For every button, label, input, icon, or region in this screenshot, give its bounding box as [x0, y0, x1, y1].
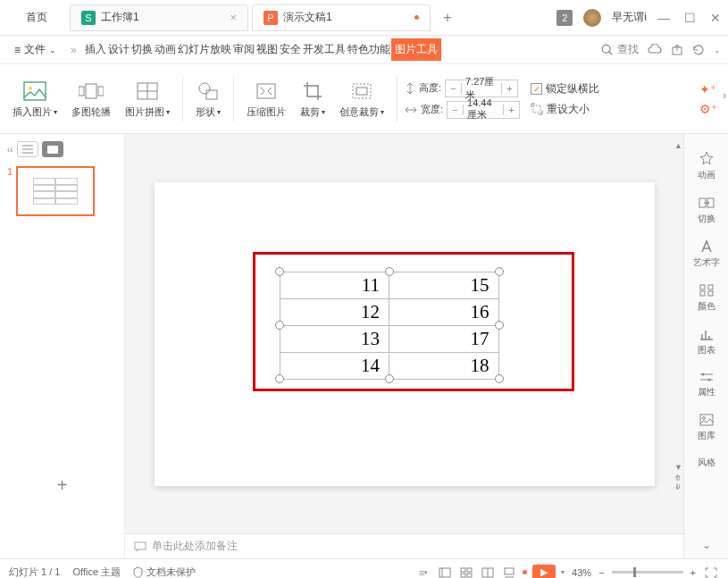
zoom-out-button[interactable]: −: [598, 567, 604, 578]
resize-handle[interactable]: [495, 374, 504, 383]
tab-home[interactable]: 首页: [7, 4, 66, 31]
rp-animation[interactable]: 动画: [684, 145, 728, 187]
resize-handle[interactable]: [275, 267, 284, 276]
share-icon[interactable]: [671, 44, 683, 56]
collage-button[interactable]: 图片拼图 ▾: [120, 79, 175, 119]
table-cell[interactable]: 17: [389, 325, 499, 352]
reset-size-button[interactable]: 重设大小: [531, 102, 599, 117]
menu-security[interactable]: 安全: [279, 38, 302, 61]
search-button[interactable]: 查找: [601, 42, 639, 57]
menu-design[interactable]: 设计: [107, 38, 130, 61]
table-cell[interactable]: 18: [389, 352, 499, 379]
avatar[interactable]: [583, 9, 601, 27]
scroll-up-icon[interactable]: ▲: [674, 141, 682, 150]
resize-handle[interactable]: [275, 374, 284, 383]
table-object[interactable]: 1115 1216 1317 1418: [280, 272, 499, 379]
tab-workbook[interactable]: S 工作簿1 ×: [70, 4, 248, 31]
resize-handle[interactable]: [275, 321, 284, 330]
rp-style[interactable]: 风格: [684, 451, 728, 474]
resize-handle[interactable]: [495, 267, 504, 276]
menu-devtools[interactable]: 开发工具: [302, 38, 347, 61]
reading-view-icon[interactable]: [480, 565, 496, 579]
height-plus[interactable]: +: [501, 83, 517, 94]
prev-slide-icon[interactable]: ⤊: [674, 473, 682, 482]
width-minus[interactable]: −: [448, 105, 464, 115]
slide-thumbnail-1[interactable]: 1: [7, 166, 117, 216]
menu-review[interactable]: 审阅: [232, 38, 255, 61]
table-cell[interactable]: 14: [280, 352, 389, 379]
table-cell[interactable]: 16: [389, 298, 499, 325]
zoom-in-button[interactable]: +: [690, 567, 696, 578]
close-button[interactable]: ✕: [710, 11, 721, 25]
menu-slideshow[interactable]: 幻灯片放映: [177, 38, 232, 61]
table-cell[interactable]: 15: [389, 272, 499, 298]
scroll-down-icon[interactable]: ▼: [674, 463, 682, 472]
rp-transition[interactable]: 切换: [684, 190, 728, 230]
creative-crop-button[interactable]: 创意裁剪 ▾: [334, 79, 389, 119]
reset-size-label: 重设大小: [547, 102, 590, 117]
resize-handle[interactable]: [385, 374, 394, 383]
chevron-down-icon[interactable]: ⌄: [714, 46, 721, 54]
play-button[interactable]: ▶: [532, 565, 556, 579]
rp-properties[interactable]: 属性: [684, 365, 728, 404]
compress-button[interactable]: 压缩图片: [241, 79, 291, 119]
notes-view-icon[interactable]: [501, 565, 517, 579]
rp-chart[interactable]: 图表: [684, 322, 728, 362]
resize-handle[interactable]: [385, 267, 394, 276]
rp-collapse-button[interactable]: ⌄: [695, 532, 718, 558]
height-minus[interactable]: −: [446, 83, 462, 94]
lock-aspect-checkbox[interactable]: ✓ 锁定纵横比: [531, 81, 599, 96]
notes-input[interactable]: 单击此处添加备注: [125, 533, 683, 558]
notification-badge[interactable]: 2: [556, 10, 573, 26]
protect-status[interactable]: 文档未保护: [133, 565, 196, 578]
menu-features[interactable]: 特色功能: [347, 38, 391, 61]
table-cell[interactable]: 13: [280, 325, 389, 352]
insert-picture-button[interactable]: 插入图片 ▾: [7, 79, 63, 119]
multi-rotate-button[interactable]: 多图轮播: [66, 79, 116, 119]
sparkle-plus-icon[interactable]: ✦⁺: [699, 82, 717, 96]
rp-color[interactable]: 颜色: [684, 278, 728, 318]
slide[interactable]: 1115 1216 1317 1418: [155, 182, 655, 486]
rp-wordart[interactable]: 艺术字: [684, 234, 728, 274]
height-input[interactable]: − 7.27厘米 +: [445, 80, 518, 97]
align-icon[interactable]: ≡▾: [415, 565, 431, 579]
normal-view-icon[interactable]: [437, 565, 453, 579]
history-icon[interactable]: [692, 44, 705, 56]
menu-view[interactable]: 视图: [255, 38, 279, 61]
cloud-icon[interactable]: [648, 44, 662, 56]
crop-button[interactable]: 裁剪 ▾: [295, 79, 331, 119]
gear-plus-icon[interactable]: ⚙⁺: [699, 102, 717, 116]
maximize-button[interactable]: ☐: [684, 11, 696, 25]
play-dropdown-icon[interactable]: ▾: [561, 568, 565, 576]
vertical-scrollbar[interactable]: ▲ ▼ ⤊ ⤋: [674, 141, 682, 481]
shape-button[interactable]: 形状 ▾: [190, 79, 226, 119]
new-tab-button[interactable]: +: [434, 4, 461, 31]
menu-animation[interactable]: 动画: [154, 38, 177, 61]
collapse-panel-icon[interactable]: ‹‹: [7, 145, 13, 155]
svg-rect-34: [439, 568, 450, 577]
sorter-view-icon[interactable]: [458, 565, 474, 579]
add-slide-button[interactable]: +: [7, 475, 117, 496]
menu-transition[interactable]: 切换: [130, 38, 154, 61]
minimize-button[interactable]: —: [657, 11, 670, 25]
thumbnail-view-button[interactable]: [42, 141, 63, 157]
rp-gallery[interactable]: 图库: [684, 407, 728, 448]
zoom-value[interactable]: 43%: [572, 567, 591, 578]
table-cell[interactable]: 12: [280, 298, 389, 325]
table-cell[interactable]: 11: [280, 272, 389, 298]
file-menu[interactable]: ≡ 文件 ⌄: [7, 38, 63, 61]
svg-rect-12: [206, 90, 217, 99]
zoom-slider[interactable]: [612, 571, 683, 574]
more-icon[interactable]: »: [65, 44, 82, 56]
outline-view-button[interactable]: [17, 141, 38, 157]
ribbon-collapse-button[interactable]: ›: [723, 89, 726, 102]
next-slide-icon[interactable]: ⤋: [674, 482, 682, 491]
resize-handle[interactable]: [495, 321, 504, 330]
width-input[interactable]: − 14.44厘米 +: [447, 101, 520, 119]
tab-presentation[interactable]: P 演示文稿1: [252, 4, 431, 31]
fit-screen-icon[interactable]: [703, 565, 719, 579]
close-icon[interactable]: ×: [230, 11, 237, 24]
menu-insert[interactable]: 插入: [84, 38, 107, 61]
menu-picture-tools[interactable]: 图片工具: [391, 38, 441, 61]
width-plus[interactable]: +: [503, 105, 519, 115]
